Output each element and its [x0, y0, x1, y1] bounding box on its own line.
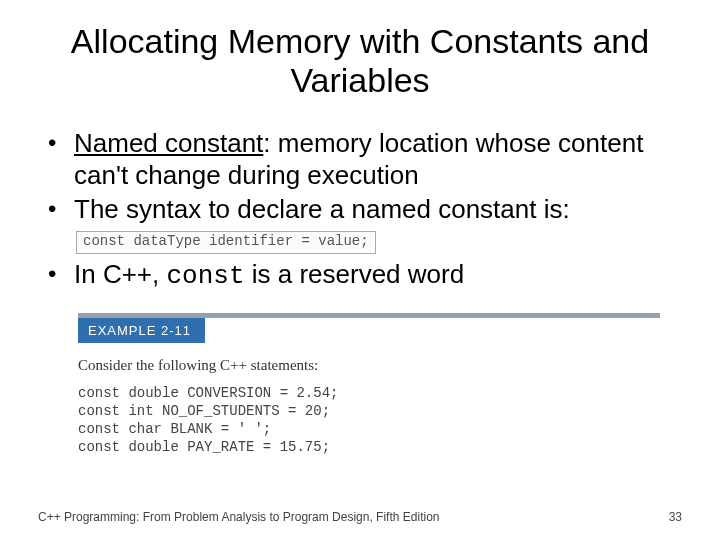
bullet-2-text: The syntax to declare a named constant i…: [74, 194, 570, 224]
bullet-3-pre: In C++,: [74, 259, 167, 289]
example-code: const double CONVERSION = 2.54; const in…: [78, 384, 660, 457]
slide-title: Allocating Memory with Constants and Var…: [38, 22, 682, 100]
example-badge: EXAMPLE 2-11: [78, 318, 205, 343]
bullet-1-term: Named constant: [74, 128, 263, 158]
bullet-3-post: is a reserved word: [245, 259, 465, 289]
footer-text: C++ Programming: From Problem Analysis t…: [38, 510, 439, 524]
page-number: 33: [669, 510, 682, 524]
example-intro: Consider the following C++ statements:: [78, 357, 660, 374]
bullet-2: The syntax to declare a named constant i…: [42, 194, 682, 257]
bullet-3: In C++, const is a reserved word: [42, 259, 682, 293]
example-block: EXAMPLE 2-11 Consider the following C++ …: [78, 313, 660, 457]
bullet-3-code: const: [167, 261, 245, 291]
bullet-1: Named constant: memory location whose co…: [42, 128, 682, 191]
slide: Allocating Memory with Constants and Var…: [0, 0, 720, 540]
bullet-list: Named constant: memory location whose co…: [42, 128, 682, 293]
syntax-box: const dataType identifier = value;: [76, 231, 376, 253]
